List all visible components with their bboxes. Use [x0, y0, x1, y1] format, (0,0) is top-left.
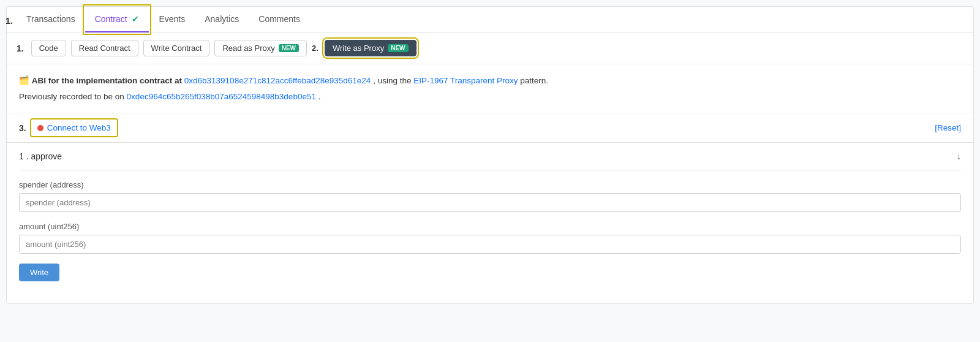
tab-events[interactable]: Events — [149, 7, 195, 32]
disconnected-indicator — [37, 125, 43, 131]
connect-row: 3. Connect to Web3 [Reset] — [7, 113, 973, 143]
main-container: 1. Transactions Contract ✔ Events Analyt… — [6, 6, 974, 304]
reset-link[interactable]: [Reset] — [935, 123, 961, 132]
sub-tab-write-as-proxy[interactable]: Write as Proxy NEW — [325, 40, 417, 56]
step2-annotation: 2. — [312, 44, 318, 53]
contract-address-link[interactable]: 0xd6b3139108e271c812acc6ffebad28e935d61e… — [184, 76, 371, 85]
eip1967-link[interactable]: EIP-1967 Transparent Proxy — [413, 76, 518, 85]
spender-label: spender (address) — [19, 180, 961, 189]
write-button[interactable]: Write — [19, 264, 59, 281]
amount-label: amount (uint256) — [19, 222, 961, 231]
sub-tab-code[interactable]: Code — [31, 40, 66, 56]
function-title: 1 . approve — [19, 151, 62, 161]
function-name: approve — [31, 151, 62, 161]
sub-tab-read-contract[interactable]: Read Contract — [71, 40, 138, 56]
tab-transactions[interactable]: Transactions — [17, 7, 85, 32]
function-section: 1 . approve ↓ spender (address) amount (… — [7, 143, 973, 303]
code-label: Code — [39, 44, 58, 53]
step3-annotation: 3. — [19, 123, 26, 133]
tab-analytics[interactable]: Analytics — [195, 7, 249, 32]
sub-tabs-bar: 1. Code Read Contract Write Contract Rea… — [7, 32, 973, 64]
chevron-down-icon: ↓ — [957, 151, 961, 161]
connect-to-web3-button[interactable]: Connect to Web3 — [37, 123, 111, 132]
abi-info-section: 🗂️ ABI for the implementation contract a… — [7, 64, 973, 113]
abi-stack-icon: 🗂️ — [19, 76, 29, 85]
tab-contract[interactable]: Contract ✔ — [85, 7, 149, 32]
tab-comments[interactable]: Comments — [249, 7, 310, 32]
tabs-bar: 1. Transactions Contract ✔ Events Analyt… — [7, 7, 973, 32]
previously-text: Previously recorded to be on — [19, 92, 127, 101]
function-body: spender (address) amount (uint256) Write — [19, 170, 961, 291]
sub-tab-write-contract[interactable]: Write Contract — [143, 40, 210, 56]
amount-field-group: amount (uint256) — [19, 222, 961, 254]
read-proxy-new-badge: NEW — [279, 44, 299, 52]
read-contract-label: Read Contract — [79, 44, 130, 53]
abi-text-before: ABI for the implementation contract at — [32, 76, 184, 85]
write-as-proxy-label: Write as Proxy — [333, 44, 384, 53]
read-as-proxy-label: Read as Proxy — [222, 44, 274, 53]
tab-contract-label: Contract — [95, 14, 127, 24]
write-proxy-new-badge: NEW — [388, 44, 408, 52]
prev-address-link[interactable]: 0xdec964c65b265f038b07a6524598498b3deb0e… — [127, 92, 316, 101]
connect-label: Connect to Web3 — [47, 123, 111, 132]
step1-annotation: 1. — [6, 16, 13, 26]
write-contract-label: Write Contract — [151, 44, 202, 53]
abi-text-after: pattern. — [520, 76, 548, 85]
spender-input[interactable] — [19, 193, 961, 212]
function-approve-header[interactable]: 1 . approve ↓ — [19, 143, 961, 170]
prev-text-end: . — [318, 92, 321, 101]
abi-text-middle: , using the — [373, 76, 413, 85]
function-number: 1 — [19, 151, 24, 161]
spender-field-group: spender (address) — [19, 180, 961, 212]
step1-sub-annotation: 1. — [17, 44, 24, 53]
sub-tab-read-as-proxy[interactable]: Read as Proxy NEW — [214, 40, 307, 56]
verified-check-icon: ✔ — [132, 14, 139, 24]
amount-input[interactable] — [19, 235, 961, 254]
